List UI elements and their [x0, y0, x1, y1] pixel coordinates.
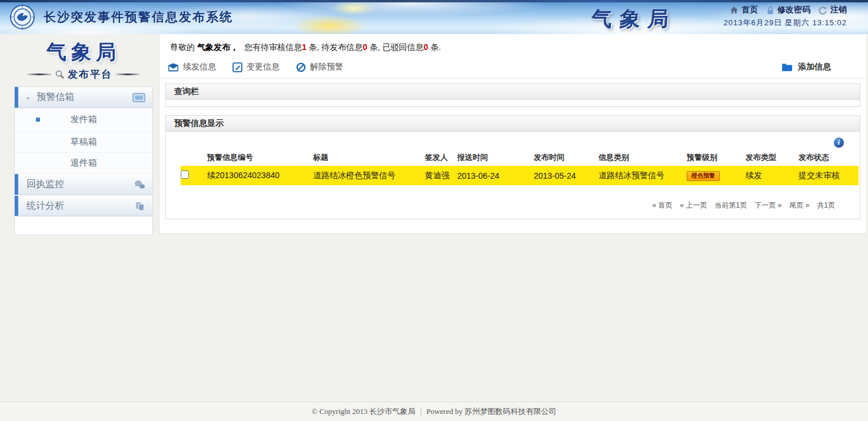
- home-icon: [730, 6, 739, 14]
- lock-icon: [766, 6, 774, 15]
- table-row[interactable]: 续20130624023840 道路结冰橙色预警信号 黄迪强 2013-06-2…: [181, 166, 859, 185]
- remove-warning-button[interactable]: 解除预警: [296, 62, 343, 72]
- toolbar: 续发信息 变更信息 解除预警: [159, 55, 866, 79]
- rejected-count: 0: [424, 42, 428, 52]
- col-header-category: 信息类别: [598, 152, 687, 163]
- powered-by-text: Powered by 苏州梦图数码科技有限公司: [426, 406, 556, 417]
- cancel-warning-icon: [296, 62, 306, 72]
- top-decoration-strip: [0, 0, 868, 2]
- header-nav: 首页 修改密码 注销: [724, 5, 847, 15]
- cell-warning-id: 续20130624023840: [207, 171, 313, 181]
- info-icon[interactable]: i: [834, 138, 844, 148]
- query-panel: 查询栏: [165, 83, 860, 107]
- cell-signer: 黄迪强: [425, 171, 457, 181]
- sidebar: 气象局 发布平台 - 预警信箱: [14, 34, 153, 235]
- pending-review-count: 1: [302, 42, 307, 52]
- pagination-current: 当前第1页: [715, 201, 747, 210]
- greeting-message: 尊敬的气象发布， 您有待审核信息1 条, 待发布信息0 条, 已驳回信息0 条.: [159, 34, 866, 55]
- change-password-link[interactable]: 修改密码: [766, 5, 810, 15]
- query-panel-header[interactable]: 查询栏: [166, 84, 860, 100]
- brand-title: 气象局: [590, 5, 677, 33]
- display-panel-header: 预警信息显示: [166, 116, 860, 132]
- warning-display-panel: 预警信息显示 i 预警信息编号 标题 签发人 报送时间 发布时间 信息类别 预警…: [165, 115, 860, 219]
- pagination-total: 共1页: [817, 201, 835, 210]
- cell-publish-type: 续发: [746, 171, 799, 181]
- col-header-signer: 签发人: [425, 152, 457, 163]
- folder-icon: [781, 63, 793, 72]
- main-content: 尊敬的气象发布， 您有待审核信息1 条, 待发布信息0 条, 已驳回信息0 条.…: [159, 34, 867, 234]
- col-header-report-time: 报送时间: [457, 152, 534, 163]
- decorative-dash-left: [27, 73, 52, 75]
- sidebar-item-receipt-monitor[interactable]: 回执监控: [15, 174, 152, 195]
- change-info-button[interactable]: 变更信息: [232, 62, 280, 72]
- receipt-monitor-icon: [134, 180, 145, 189]
- col-header-publish-time: 发布时间: [534, 152, 598, 163]
- mailbox-icon: [132, 93, 145, 102]
- footer-separator: |: [420, 407, 422, 416]
- search-icon: [55, 69, 65, 79]
- pagination-first[interactable]: « 首页: [653, 201, 673, 210]
- copyright-text: © Copyright 2013 长沙市气象局: [312, 406, 415, 417]
- col-header-title: 标题: [313, 152, 425, 163]
- datetime-display: 2013年6月29日 星期六 13:15:02: [724, 18, 847, 28]
- query-panel-body: [166, 100, 860, 106]
- pagination-next[interactable]: 下一页 »: [754, 201, 781, 210]
- sidebar-item-returned[interactable]: 退件箱: [15, 153, 152, 174]
- sidebar-logo: 气象局 发布平台: [14, 34, 153, 81]
- cell-title: 道路结冰橙色预警信号: [313, 171, 425, 181]
- menu-accent-bar: [15, 196, 18, 216]
- logout-link[interactable]: 注销: [819, 5, 847, 15]
- warning-level-badge: 橙色预警: [687, 171, 720, 181]
- cell-status: 提交未审核: [799, 171, 859, 181]
- table-header-row: 预警信息编号 标题 签发人 报送时间 发布时间 信息类别 预警级别 发布类型 发…: [181, 149, 859, 166]
- resend-info-button[interactable]: 续发信息: [168, 62, 216, 72]
- home-link[interactable]: 首页: [730, 5, 758, 15]
- col-header-id: 预警信息编号: [207, 152, 313, 163]
- edit-icon: [232, 62, 242, 72]
- statistics-icon: [135, 201, 145, 211]
- sidebar-item-outbox[interactable]: 发件箱: [15, 108, 152, 132]
- sidebar-logo-subtitle: 发布平台: [68, 68, 112, 81]
- pagination: « 首页 « 上一页 当前第1页 下一页 » 尾页 » 共1页: [166, 185, 860, 210]
- col-header-publish-type: 发布类型: [746, 152, 799, 163]
- menu-accent-bar: [15, 174, 18, 195]
- top-header-banner: 长沙突发事件预警信息发布系统 气象局 首页 修改密码: [0, 0, 868, 34]
- current-user: 气象发布，: [197, 42, 238, 52]
- page-footer: © Copyright 2013 长沙市气象局 | Powered by 苏州梦…: [0, 402, 868, 421]
- warning-table: 预警信息编号 标题 签发人 报送时间 发布时间 信息类别 预警级别 发布类型 发…: [181, 149, 859, 185]
- cell-report-time: 2013-06-24: [457, 171, 534, 181]
- logout-refresh-icon: [819, 6, 827, 15]
- menu-accent-bar: [15, 87, 18, 108]
- sidebar-logo-title: 气象局: [14, 39, 153, 66]
- sidebar-item-drafts[interactable]: 草稿箱: [15, 132, 152, 153]
- pending-publish-count: 0: [363, 42, 367, 52]
- sidebar-item-statistics[interactable]: 统计分析: [15, 195, 152, 216]
- sidebar-menu: - 预警信箱 发件箱 草稿箱 退件箱 回执监控: [14, 86, 153, 235]
- add-info-button[interactable]: 添加信息: [781, 62, 831, 72]
- bullet-icon: [36, 118, 40, 122]
- sidebar-item-warning-mailbox[interactable]: - 预警信箱: [15, 87, 152, 108]
- cell-publish-time: 2013-05-24: [534, 171, 598, 181]
- pagination-prev[interactable]: « 上一页: [680, 201, 707, 210]
- col-header-level: 预警级别: [687, 152, 746, 163]
- bureau-logo: [9, 4, 35, 30]
- decorative-dash-right: [115, 73, 140, 75]
- system-title: 长沙突发事件预警信息发布系统: [44, 9, 233, 25]
- resend-envelope-icon: [168, 63, 179, 72]
- cell-category: 道路结冰预警信号: [598, 171, 687, 181]
- row-checkbox[interactable]: [181, 171, 189, 179]
- collapse-indicator: -: [26, 92, 29, 103]
- col-header-status: 发布状态: [799, 152, 859, 163]
- pagination-last[interactable]: 尾页 »: [789, 201, 809, 210]
